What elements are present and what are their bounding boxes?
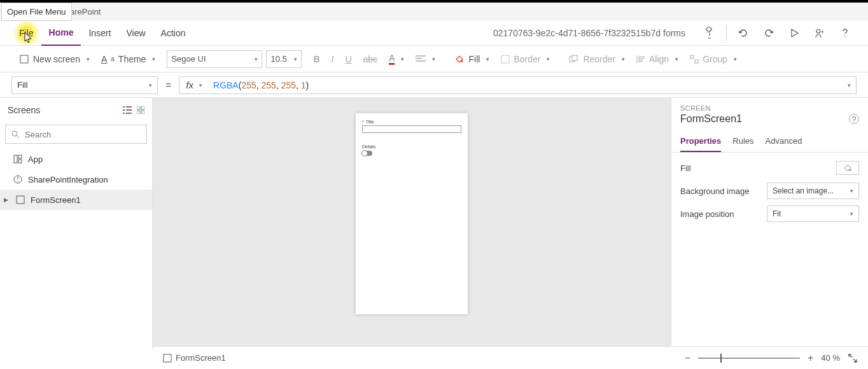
properties-panel: SCREEN FormScreen1 ? Properties Rules Ad… [671,98,868,349]
theme-button[interactable]: Aa Theme▾ [97,52,159,67]
screens-panel: Screens App [0,98,153,349]
zoom-value: 40 % [821,353,840,363]
product-name: arePoint [70,7,101,17]
app-icon [13,155,23,164]
integration-icon [13,175,23,184]
prop-fill-label: Fill [680,164,691,173]
section-type-label: SCREEN [671,98,868,112]
font-size-combo[interactable]: 10.5▾ [266,50,302,68]
screen-icon [163,354,172,363]
italic-button[interactable]: I [328,52,338,67]
zoom-out-button[interactable]: − [685,352,690,364]
svg-rect-18 [17,196,24,204]
svg-rect-7 [695,60,698,63]
formula-bar: Fill▾ = fx▾ RGBA(255, 255, 255, 1) ▾ [0,73,868,98]
menu-home[interactable]: Home [41,20,81,46]
undo-icon[interactable] [732,22,755,45]
font-combo[interactable]: Segoe UI▾ [167,50,262,68]
screen-icon [15,195,25,204]
imgpos-select[interactable]: Fit▾ [767,205,859,222]
svg-rect-2 [20,55,28,63]
tab-rules[interactable]: Rules [732,131,753,152]
svg-rect-10 [137,111,140,114]
svg-rect-14 [18,155,22,158]
redo-icon[interactable] [757,22,780,45]
strike-button[interactable]: abc [360,52,382,67]
app-id-label: 02170763-9e2c-4d71-8656-7f3232515b7d for… [493,28,685,38]
menu-view[interactable]: View [118,20,153,46]
play-icon[interactable] [783,22,806,45]
svg-rect-3 [501,55,509,63]
menu-insert[interactable]: Insert [81,20,118,46]
tab-properties[interactable]: Properties [680,131,721,152]
field-title-input[interactable] [362,125,461,133]
panel-help-icon[interactable]: ? [849,114,859,124]
border-button[interactable]: Border▾ [497,52,554,67]
fill-button[interactable]: Fill▾ [451,52,493,67]
equals-label: = [165,80,171,91]
zoom-in-button[interactable]: + [808,352,813,364]
tree-item-sharepoint[interactable]: SharePointIntegration [0,169,152,190]
reorder-button[interactable]: Reorder▾ [565,52,629,67]
app-checker-icon[interactable] [698,22,721,45]
formula-input[interactable]: RGBA(255, 255, 255, 1) ▾ [208,76,857,94]
property-selector[interactable]: Fill▾ [11,76,158,94]
menu-action[interactable]: Action [153,20,193,46]
tree-item-formscreen[interactable]: ▶ FormScreen1 [0,190,152,210]
svg-rect-9 [141,106,144,109]
zoom-slider[interactable] [698,358,800,359]
file-menu-tooltip: Open File Menu [1,3,72,21]
bold-button[interactable]: B [309,52,323,67]
group-button[interactable]: Group▾ [686,52,741,67]
menu-bar: File Home Insert View Action 02170763-9e… [0,20,868,46]
titlebar: arePoint [0,3,868,20]
font-color-button[interactable]: A▾ [385,50,408,67]
bgimage-select[interactable]: Select an image...▾ [767,183,859,199]
expand-icon[interactable] [848,353,858,363]
thumb-view-icon[interactable] [137,106,144,114]
share-icon[interactable] [808,22,831,45]
svg-rect-6 [690,55,694,59]
fx-label[interactable]: fx▾ [179,76,208,94]
fill-color-swatch[interactable] [836,161,859,175]
align-text-button[interactable]: ▾ [412,53,439,66]
field-details-label: Details [362,144,375,149]
screens-title: Screens [8,105,40,115]
prop-bgimage-label: Background image [680,186,749,196]
ribbon: New screen▾ Aa Theme▾ Segoe UI▾ 10.5▾ B … [0,46,868,73]
new-screen-button[interactable]: New screen▾ [15,52,94,67]
chevron-right-icon[interactable]: ▶ [4,197,10,203]
underline-button[interactable]: U [341,52,355,67]
search-icon [11,130,20,139]
canvas[interactable]: *Title Details [153,98,671,349]
status-bar: FormScreen1 − + 40 % [153,346,868,369]
svg-point-1 [844,36,846,37]
svg-rect-11 [141,111,144,114]
svg-rect-19 [164,354,171,362]
search-input[interactable] [5,125,147,144]
align-button[interactable]: Align▾ [633,52,682,67]
svg-rect-15 [18,160,22,163]
tree-item-app[interactable]: App [0,149,152,169]
field-title-label: Title [366,120,374,124]
svg-point-12 [12,131,17,136]
help-icon[interactable] [834,22,857,45]
breadcrumb[interactable]: FormScreen1 [163,353,226,363]
list-view-icon[interactable] [123,106,132,114]
prop-imgpos-label: Image position [680,209,734,219]
menu-file[interactable]: File [11,20,41,46]
svg-rect-8 [137,106,140,109]
svg-rect-5 [572,55,577,60]
form-preview[interactable]: *Title Details [356,113,468,314]
tab-advanced[interactable]: Advanced [766,131,802,152]
section-title: FormScreen1 [680,113,742,125]
svg-point-0 [816,29,820,33]
svg-point-17 [17,181,18,181]
svg-rect-13 [14,155,17,163]
field-details-toggle[interactable] [362,151,372,156]
